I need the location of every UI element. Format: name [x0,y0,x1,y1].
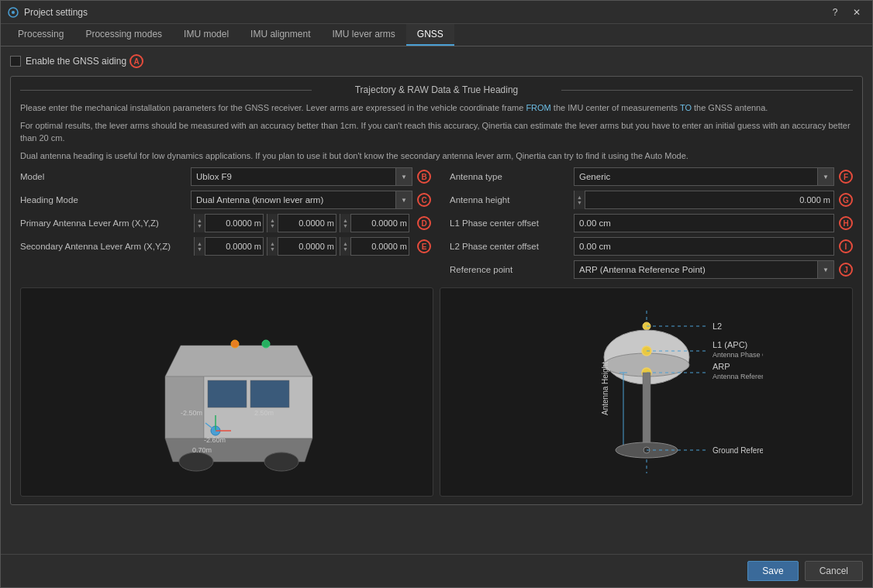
arp-sublabel: Antenna Reference Point [713,373,763,380]
heading-mode-select[interactable]: Dual Antenna (known lever arm) [191,191,412,209]
antenna-type-select[interactable]: Generic [574,167,834,186]
l2-phase-input[interactable] [574,237,834,256]
l1-phase-input[interactable] [574,214,834,232]
save-button[interactable]: Save [747,561,798,581]
badge-i: I [839,239,853,253]
secondary-lever-arm-label: Secondary Antenna Lever Arm (X,Y,Z) [20,242,191,251]
info-text-2: For optimal results, the lever arms shou… [20,119,853,145]
primary-x-value: 0.0000 m [205,218,263,228]
secondary-y-value: 0.0000 m [278,242,336,251]
heading-mode-label: Heading Mode [20,195,191,205]
ground-ref-label: Ground Reference Point [713,446,763,455]
svg-rect-9 [250,380,289,407]
info-text-1: Please enter the mechanical installation… [20,101,853,115]
footer: Save Cancel [1,554,872,587]
antenna-type-label: Antenna type [450,172,574,181]
main-content: Enable the GNSS aiding A Trajectory & RA… [1,46,872,554]
antenna-height-diagram-label: Antenna Height [601,362,609,415]
antenna-height-value: 0.000 m [585,195,833,205]
antenna-diagram: L2 L1 (APC) Antenna Phase Center [440,287,853,497]
help-button[interactable]: ? [826,5,844,20]
highlight-from: FROM [526,103,550,112]
svg-point-6 [179,452,213,471]
reference-point-label: Reference point [450,265,574,274]
tab-bar: Processing Processing modes IMU model IM… [1,24,872,46]
l2-phase-label: L2 Phase center offset [450,242,574,251]
close-button[interactable]: ✕ [847,5,866,20]
primary-z-spinner[interactable]: ▲▼ 0.0000 m [340,214,409,232]
arp-diagram-label: ARP [713,362,730,371]
svg-marker-2 [165,346,312,377]
antenna-height-label: Antenna height [450,195,574,205]
primary-lever-arm-label: Primary Antenna Lever Arm (X,Y,Z) [20,218,191,228]
badge-h: H [839,216,853,230]
badge-j: J [839,263,853,277]
badge-g: G [839,193,853,207]
secondary-z-spinner[interactable]: ▲▼ 0.0000 m [340,237,409,256]
svg-text:-2.60m: -2.60m [204,436,226,444]
l1-diagram-label: L1 (APC) [713,340,747,349]
secondary-x-spinner[interactable]: ▲▼ 0.0000 m [194,237,264,256]
secondary-x-value: 0.0000 m [205,242,263,251]
svg-point-11 [262,340,270,348]
l1-phase-label: L1 Phase center offset [450,218,574,228]
model-label: Model [20,172,191,181]
enable-gnss-checkbox[interactable] [10,56,21,67]
svg-text:2.50m: 2.50m [254,409,274,417]
tab-imu-model[interactable]: IMU model [173,24,240,46]
svg-point-10 [231,340,239,348]
antenna-height-spinner[interactable]: ▲▼ 0.000 m [574,191,834,209]
tab-imu-alignment[interactable]: IMU alignment [240,24,321,46]
badge-a: A [129,54,143,68]
secondary-y-spinner[interactable]: ▲▼ 0.0000 m [267,237,336,256]
window-title: Project settings [24,7,826,18]
tab-imu-lever-arms[interactable]: IMU lever arms [321,24,405,46]
svg-point-7 [264,452,298,471]
highlight-to: TO [680,103,692,112]
svg-text:-2.50m: -2.50m [181,409,202,417]
svg-rect-8 [208,380,247,407]
tab-processing[interactable]: Processing [7,24,74,46]
badge-d: D [417,216,431,230]
cancel-button[interactable]: Cancel [805,561,863,581]
badge-f: F [839,170,853,184]
badge-e: E [417,239,431,253]
model-select[interactable]: Ublox F9 [191,167,412,186]
primary-z-value: 0.0000 m [351,218,409,228]
badge-b: B [417,170,431,184]
enable-gnss-label: Enable the GNSS aiding [26,56,126,67]
tab-gnss[interactable]: GNSS [406,24,454,46]
l2-diagram-label: L2 [713,322,722,331]
primary-y-value: 0.0000 m [278,218,336,228]
primary-y-spinner[interactable]: ▲▼ 0.0000 m [267,214,336,232]
svg-rect-29 [643,373,650,442]
section-title: Trajectory & RAW Data & True Heading [20,84,853,95]
reference-point-select[interactable]: ARP (Antenna Reference Point) [574,260,834,279]
l1-sublabel: Antenna Phase Center [713,351,763,359]
secondary-z-value: 0.0000 m [351,242,409,251]
badge-c: C [417,193,431,207]
svg-text:0.70m: 0.70m [192,446,212,454]
svg-point-1 [12,11,15,14]
gnss-section: Trajectory & RAW Data & True Heading Ple… [10,76,863,505]
tab-processing-modes[interactable]: Processing modes [74,24,173,46]
svg-marker-3 [165,377,204,438]
app-icon [7,6,19,19]
van-diagram: -2.50m 2.50m -2.60m 0.70m [20,287,433,497]
info-text-3: Dual antenna heading is useful for low d… [20,150,853,163]
primary-x-spinner[interactable]: ▲▼ 0.0000 m [194,214,264,232]
